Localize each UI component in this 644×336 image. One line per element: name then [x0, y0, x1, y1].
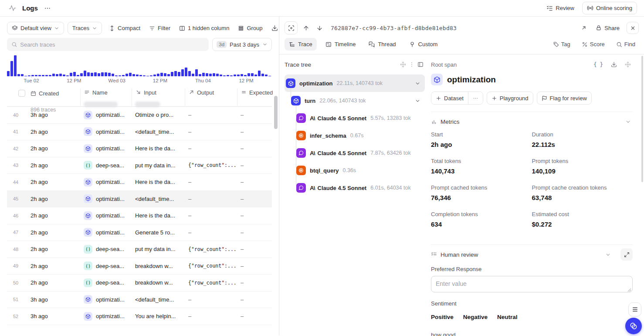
trace-tree-node[interactable]: infer_schema 0.67s — [285, 127, 425, 144]
table-row[interactable]: 46 2h ago optimizati... Here is the da..… — [7, 207, 272, 224]
sentiment-negative-button[interactable]: Negative — [463, 312, 488, 322]
detail-scrollbar[interactable] — [641, 56, 643, 182]
histogram-bar[interactable] — [181, 69, 184, 76]
trace-tree-node[interactable]: btql_query 0.36s — [285, 162, 425, 179]
table-row[interactable]: 43 2h ago ()deep-sea... put my data in..… — [7, 157, 272, 174]
reorder-sections-button[interactable] — [623, 60, 633, 69]
human-review-collapse-button[interactable] — [603, 250, 613, 259]
column-header-output[interactable]: Output — [185, 88, 237, 106]
tab-thread[interactable]: Thread — [364, 38, 400, 51]
histogram-bar[interactable] — [195, 69, 198, 76]
histogram-bar[interactable] — [213, 73, 215, 76]
histogram-bar[interactable] — [73, 72, 76, 76]
table-row[interactable]: 50 2h ago ()deep-sea... breakdown w... {… — [7, 275, 272, 292]
add-to-dataset-button[interactable]: Dataset — [431, 92, 468, 104]
table-scrollbar[interactable] — [274, 96, 278, 129]
table-row[interactable]: 41 2h ago optimizati... <default_time...… — [7, 124, 272, 141]
json-view-button[interactable]: { } — [592, 60, 605, 69]
preferred-response-input[interactable] — [431, 276, 633, 292]
side-menu-button[interactable] — [628, 302, 641, 316]
histogram-bar[interactable] — [188, 71, 191, 76]
select-all-checkbox[interactable] — [18, 90, 25, 97]
sentiment-neutral-button[interactable]: Neutral — [497, 312, 518, 322]
histogram-bar[interactable] — [206, 73, 208, 76]
trace-tree-node[interactable]: optimization 22.11s, 140743 tok — [285, 75, 425, 92]
add-to-playground-button[interactable]: Playground — [487, 92, 533, 105]
move-icon[interactable] — [399, 60, 407, 69]
open-fullscreen-button[interactable] — [579, 23, 589, 33]
table-row[interactable]: 44 2h ago optimizati... Here is the da..… — [7, 174, 272, 191]
histogram-bar[interactable] — [202, 73, 205, 76]
table-row[interactable]: 52 3h ago optimizati... You are helpin..… — [7, 308, 272, 325]
tab-trace[interactable]: Trace — [285, 38, 317, 51]
column-header-expected[interactable]: Expected — [237, 88, 273, 106]
close-panel-button[interactable] — [627, 22, 639, 34]
tag-button[interactable]: Tag — [549, 39, 574, 50]
histogram-bar[interactable] — [14, 55, 17, 76]
flag-for-review-button[interactable]: Flag for review — [537, 92, 592, 105]
histogram-bar[interactable] — [80, 73, 83, 76]
histogram-bar[interactable] — [84, 71, 86, 76]
histogram-bar[interactable] — [129, 73, 132, 76]
table-row[interactable]: 45 2h ago optimizati... <default_time...… — [7, 191, 272, 208]
score-button[interactable]: Score — [578, 39, 608, 50]
histogram-bar[interactable] — [164, 73, 166, 76]
tab-custom[interactable]: Custom — [405, 38, 442, 51]
column-header-created[interactable]: Created — [27, 88, 80, 98]
trace-tree-node[interactable]: A\Claude 4.5 Sonnet 6.01s, 64034 tok — [285, 179, 425, 197]
compact-toggle[interactable]: Compact — [105, 23, 144, 34]
braintrust-logo-button[interactable] — [625, 318, 642, 334]
trace-tree-node[interactable]: A\Claude 4.5 Sonnet 7.87s, 63426 tok — [285, 144, 425, 162]
histogram-bar[interactable] — [160, 73, 163, 76]
histogram-bar[interactable] — [98, 73, 100, 76]
histogram-bar[interactable] — [171, 72, 173, 76]
histogram-bar[interactable] — [105, 72, 107, 76]
sentiment-positive-button[interactable]: Positive — [431, 312, 454, 322]
table-row[interactable]: 49 2h ago ()deep-sea... breakdown w... {… — [7, 258, 272, 275]
trace-tree-node[interactable]: turn 22.06s, 140743 tok — [285, 92, 425, 109]
histogram-bar[interactable] — [178, 72, 180, 76]
histogram-bar[interactable] — [251, 73, 254, 76]
table-row[interactable]: 47 2h ago optimizati... Generate 5 ro...… — [7, 224, 272, 241]
hidden-columns-button[interactable]: 1 hidden column — [176, 23, 233, 34]
next-trace-button[interactable] — [315, 23, 325, 33]
share-button[interactable]: Share — [592, 23, 623, 34]
histogram-bar[interactable] — [91, 73, 93, 76]
collapse-chevron-icon[interactable] — [415, 81, 420, 86]
histogram-bar[interactable] — [108, 73, 111, 76]
group-button[interactable]: Group — [234, 23, 266, 34]
histogram-bar[interactable] — [10, 61, 13, 76]
search-input[interactable] — [20, 41, 204, 48]
tab-timeline[interactable]: Timeline — [321, 38, 360, 51]
review-button[interactable]: Review — [543, 3, 578, 14]
collapse-chevron-icon[interactable] — [415, 98, 420, 104]
histogram-bar[interactable] — [185, 68, 187, 76]
histogram-bar[interactable] — [258, 71, 261, 76]
trace-id[interactable]: 762887e7-cc99-4b73-afbf-d8bde81ebd83 — [331, 25, 457, 31]
dataset-more-button[interactable] — [468, 92, 483, 104]
collapse-panel-icon[interactable] — [416, 60, 425, 69]
traces-histogram[interactable]: Tue 02 12 PM Wed 03 12 PM Thu 04 12 PM — [7, 54, 272, 84]
filter-button[interactable]: Filter — [146, 23, 174, 34]
histogram-bar[interactable] — [7, 71, 10, 76]
histogram-bar[interactable] — [101, 72, 104, 76]
histogram-bar[interactable] — [94, 72, 97, 76]
metrics-collapse-button[interactable] — [624, 117, 633, 126]
search-box[interactable] — [7, 38, 209, 51]
tree-options-button[interactable] — [407, 60, 416, 69]
download-span-button[interactable] — [609, 60, 619, 69]
table-row[interactable]: 48 2h ago ()deep-sea... put my data in..… — [7, 241, 272, 258]
online-scoring-button[interactable]: Online scoring — [582, 2, 637, 14]
traces-selector[interactable]: Traces — [68, 22, 102, 34]
page-menu-button[interactable] — [42, 3, 53, 14]
date-range-selector[interactable]: 3d Past 3 days — [212, 38, 272, 51]
trace-tree-node[interactable]: A\Claude 4.5 Sonnet 5.57s, 13283 tok — [285, 109, 425, 127]
find-button[interactable]: Find — [613, 39, 639, 50]
table-row[interactable]: 42 2h ago optimizati... Here is the da..… — [7, 140, 272, 157]
focus-trace-button[interactable] — [285, 21, 298, 34]
histogram-bar[interactable] — [174, 71, 177, 76]
previous-trace-button[interactable] — [301, 23, 311, 33]
human-review-expand-button[interactable] — [620, 248, 633, 261]
view-selector[interactable]: Default view — [7, 22, 64, 34]
histogram-bar[interactable] — [247, 73, 250, 76]
